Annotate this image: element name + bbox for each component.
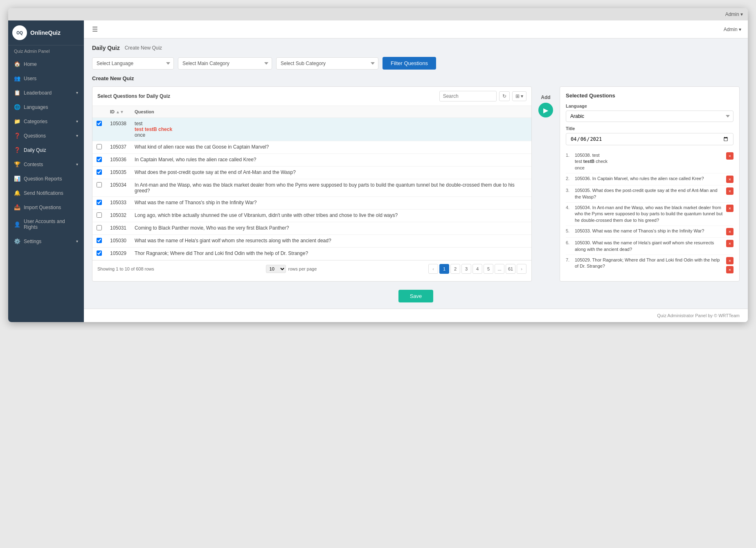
- id-column-header[interactable]: ID ▲▼: [106, 106, 130, 118]
- create-new-quiz-link[interactable]: Create New Quiz: [125, 45, 162, 51]
- row-checkbox[interactable]: [97, 200, 102, 205]
- next-page-button[interactable]: ›: [517, 264, 526, 274]
- sidebar-item-reports-label: Question Reports: [24, 176, 62, 182]
- language-field-label: Language: [566, 104, 734, 108]
- question-text: In Ant-man and the Wasp, who was the bla…: [130, 179, 531, 197]
- prev-page-button[interactable]: ‹: [428, 264, 438, 274]
- row-checkbox[interactable]: [97, 225, 102, 230]
- main-category-filter-select[interactable]: Select Main Category: [178, 57, 272, 70]
- remove-question-button[interactable]: ×: [726, 187, 734, 195]
- remove-question-button[interactable]: ×: [726, 176, 734, 183]
- list-item: 7.105029. Thor Ragnarok; Where did Thor …: [566, 255, 734, 275]
- page-4-button[interactable]: 4: [473, 264, 482, 274]
- categories-icon: 📁: [14, 118, 20, 124]
- filter-questions-button[interactable]: Filter Questions: [382, 57, 436, 70]
- sidebar-item-languages[interactable]: 🌐 Languages: [8, 100, 84, 114]
- filter-row: Select Language Select Main Category Sel…: [92, 57, 740, 70]
- list-item: 5.105033. What was the name of Thanos's …: [566, 226, 734, 238]
- search-input[interactable]: [439, 91, 497, 101]
- pagination: ‹ 1 2 3 4 5 ... 61 ›: [428, 264, 526, 274]
- page-2-button[interactable]: 2: [450, 264, 460, 274]
- remove-question-button[interactable]: ×: [726, 257, 734, 264]
- row-checkbox[interactable]: [97, 238, 102, 243]
- footer-text: Quiz Administrator Panel by © WRTTeam: [657, 313, 740, 318]
- question-id: 105030: [106, 235, 130, 248]
- checkbox-header: [92, 106, 106, 118]
- row-checkbox[interactable]: [97, 121, 102, 126]
- save-button[interactable]: Save: [398, 290, 434, 302]
- admin-dropdown[interactable]: Admin ▾: [724, 27, 741, 32]
- question-number: 5.: [566, 228, 572, 234]
- sidebar-item-import-questions[interactable]: 📥 Import Questions: [8, 200, 84, 214]
- quiz-date-input[interactable]: [566, 133, 734, 145]
- top-nav: ☰ Admin ▾: [84, 20, 748, 38]
- table-row: 105032Long ago, which tribe actually shu…: [92, 210, 531, 222]
- row-checkbox[interactable]: [97, 144, 102, 149]
- page-5-button[interactable]: 5: [484, 264, 493, 274]
- question-text: What was the name of Hela's giant wolf w…: [130, 235, 531, 248]
- sidebar-item-daily-quiz[interactable]: ❓ Daily Quiz: [8, 143, 84, 157]
- row-checkbox[interactable]: [97, 169, 102, 175]
- quiz-builder: Select Questions for Daily Quiz ↻ ⊞ ▾: [92, 86, 740, 282]
- user-accounts-icon: 👤: [14, 221, 20, 228]
- row-checkbox[interactable]: [97, 250, 102, 256]
- sidebar-item-questions[interactable]: ❓ Questions ▾: [8, 129, 84, 143]
- language-filter-select[interactable]: Select Language: [92, 57, 174, 70]
- sidebar-item-settings[interactable]: ⚙️ Settings ▾: [8, 234, 84, 248]
- rows-per-page-select[interactable]: 10 25 50 100: [266, 265, 286, 273]
- question-text: What kind of alien race was the cat Goos…: [130, 141, 531, 154]
- table-row: 105036In Captain Marvel, who rules the a…: [92, 154, 531, 167]
- remove-question-button[interactable]: ×: [726, 152, 734, 160]
- sub-category-filter-select[interactable]: Select Sub Category: [276, 57, 378, 70]
- page-1-button[interactable]: 1: [439, 264, 449, 274]
- question-id: 105031: [106, 222, 130, 235]
- row-checkbox[interactable]: [97, 182, 102, 187]
- remove-question-button-2[interactable]: ×: [726, 266, 734, 273]
- sidebar-item-categories[interactable]: 📁 Categories ▾: [8, 114, 84, 129]
- selector-actions: ↻ ⊞ ▾: [439, 91, 526, 101]
- sidebar-item-leaderboard[interactable]: 📋 Leaderboard ▾: [8, 86, 84, 100]
- create-quiz-header: Create New Quiz: [92, 75, 740, 81]
- selected-questions-panel: Selected Questions Language Arabic Engli…: [560, 86, 740, 282]
- page-last-button[interactable]: 61: [506, 264, 515, 274]
- logo-text: OnlineQuiz: [30, 29, 61, 36]
- sidebar-item-user-accounts[interactable]: 👤 User Accounts and Rights: [8, 214, 84, 234]
- sidebar-item-send-notifications[interactable]: 🔔 Send Notifications: [8, 186, 84, 200]
- sidebar-item-question-reports[interactable]: 📊 Question Reports: [8, 171, 84, 186]
- selected-language-select[interactable]: Arabic English: [566, 111, 734, 122]
- list-item: 6.105030. What was the name of Hela's gi…: [566, 238, 734, 255]
- sidebar-item-categories-label: Categories: [24, 119, 47, 124]
- question-id: 105029: [106, 248, 130, 260]
- chevron-down-icon-contests: ▾: [76, 162, 78, 167]
- question-column-header[interactable]: Question: [130, 106, 531, 118]
- sidebar-item-home[interactable]: 🏠 Home: [8, 57, 84, 71]
- rows-per-page: 10 25 50 100 rows per page: [266, 265, 317, 273]
- table-row: 105038testtest testB checkonce: [92, 118, 531, 141]
- question-number: 2.: [566, 176, 572, 182]
- page-3-button[interactable]: 3: [461, 264, 471, 274]
- question-number: 4.: [566, 205, 572, 211]
- row-checkbox[interactable]: [97, 157, 102, 162]
- sidebar-item-questions-label: Questions: [24, 133, 46, 139]
- hamburger-button[interactable]: ☰: [90, 24, 99, 35]
- remove-question-button[interactable]: ×: [726, 228, 734, 235]
- sidebar-item-users[interactable]: 👥 Users: [8, 71, 84, 86]
- reports-icon: 📊: [14, 176, 20, 182]
- add-button[interactable]: ▶: [538, 103, 553, 117]
- columns-button[interactable]: ⊞ ▾: [512, 91, 526, 101]
- sidebar-item-contests[interactable]: 🏆 Contests ▾: [8, 157, 84, 171]
- remove-question-button[interactable]: ×: [726, 240, 734, 247]
- question-text: Long ago, which tribe actually shunned t…: [130, 210, 531, 222]
- selector-header: Select Questions for Daily Quiz ↻ ⊞ ▾: [92, 87, 531, 106]
- contests-icon: 🏆: [14, 161, 20, 167]
- question-text: 105036. In Captain Marvel, who rules the…: [575, 176, 724, 182]
- app-footer: Quiz Administrator Panel by © WRTTeam: [84, 309, 748, 322]
- sidebar-item-settings-label: Settings: [24, 239, 41, 244]
- save-section: Save: [92, 290, 740, 302]
- row-checkbox[interactable]: [97, 212, 102, 218]
- remove-question-button[interactable]: ×: [726, 205, 734, 212]
- page-ellipsis: ...: [495, 264, 504, 274]
- refresh-button[interactable]: ↻: [499, 91, 510, 101]
- question-text: Coming to Black Panther movie, Who was t…: [130, 222, 531, 235]
- question-text: 105038. testtest testB checkonce: [575, 152, 724, 171]
